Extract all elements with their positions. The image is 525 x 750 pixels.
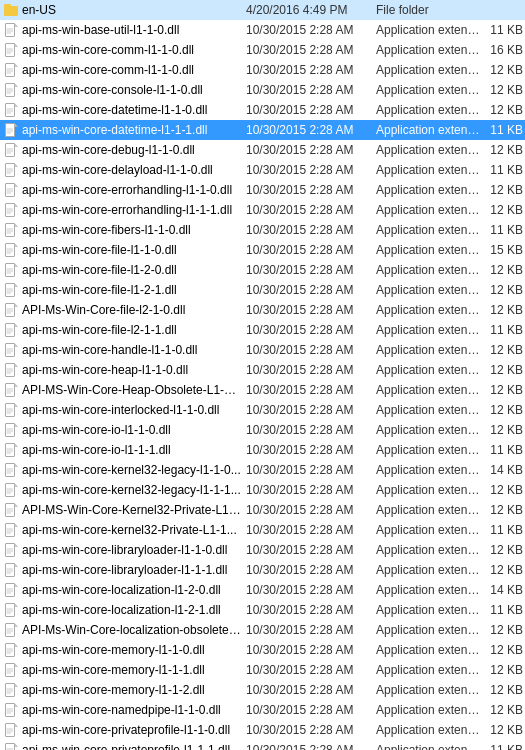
file-name: api-ms-win-core-kernel32-legacy-l1-1-0..… — [22, 463, 242, 477]
file-name: api-ms-win-core-debug-l1-1-0.dll — [22, 143, 242, 157]
table-row[interactable]: api-ms-win-core-memory-l1-1-1.dll10/30/2… — [0, 660, 525, 680]
file-icon — [4, 303, 18, 317]
table-row[interactable]: api-ms-win-core-io-l1-1-0.dll10/30/2015 … — [0, 420, 525, 440]
file-type: Application extens... — [372, 443, 482, 457]
table-row[interactable]: api-ms-win-core-comm-l1-1-0.dll10/30/201… — [0, 60, 525, 80]
table-row[interactable]: API-MS-Win-Core-Kernel32-Private-L1-1...… — [0, 500, 525, 520]
file-icon — [4, 23, 18, 37]
file-size: 12 KB — [482, 63, 525, 77]
table-row[interactable]: api-ms-win-core-console-l1-1-0.dll10/30/… — [0, 80, 525, 100]
file-type: Application extens... — [372, 543, 482, 557]
file-type: Application extens... — [372, 43, 482, 57]
table-row[interactable]: api-ms-win-core-comm-l1-1-0.dll10/30/201… — [0, 40, 525, 60]
table-row[interactable]: API-MS-Win-Core-Heap-Obsolete-L1-1-...10… — [0, 380, 525, 400]
file-size: 12 KB — [482, 683, 525, 697]
file-icon — [4, 363, 18, 377]
svg-rect-168 — [5, 584, 14, 597]
table-row[interactable]: api-ms-win-core-heap-l1-1-0.dll10/30/201… — [0, 360, 525, 380]
table-row[interactable]: api-ms-win-core-file-l1-2-1.dll10/30/201… — [0, 280, 525, 300]
table-row[interactable]: api-ms-win-core-file-l1-1-0.dll10/30/201… — [0, 240, 525, 260]
table-row[interactable]: api-ms-win-core-localization-l1-2-0.dll1… — [0, 580, 525, 600]
table-row[interactable]: api-ms-win-core-file-l1-2-0.dll10/30/201… — [0, 260, 525, 280]
file-type: Application extens... — [372, 263, 482, 277]
file-type: File folder — [372, 3, 482, 17]
svg-marker-217 — [14, 744, 17, 747]
file-name: api-ms-win-core-file-l1-1-0.dll — [22, 243, 242, 257]
file-date: 10/30/2015 2:28 AM — [242, 263, 372, 277]
table-row[interactable]: api-ms-win-core-localization-l1-2-1.dll1… — [0, 600, 525, 620]
table-row[interactable]: api-ms-win-core-kernel32-legacy-l1-1-0..… — [0, 460, 525, 480]
file-type: Application extens... — [372, 203, 482, 217]
file-icon — [4, 583, 18, 597]
file-icon — [4, 43, 18, 57]
svg-rect-180 — [5, 624, 14, 637]
svg-rect-114 — [5, 404, 14, 417]
table-row[interactable]: api-ms-win-core-datetime-l1-1-0.dll10/30… — [0, 100, 525, 120]
file-type: Application extens... — [372, 583, 482, 597]
file-size: 11 KB — [482, 223, 525, 237]
table-row[interactable]: api-ms-win-core-errorhandling-l1-1-1.dll… — [0, 200, 525, 220]
svg-marker-103 — [14, 364, 17, 367]
svg-marker-37 — [14, 144, 17, 147]
file-date: 10/30/2015 2:28 AM — [242, 23, 372, 37]
table-row[interactable]: api-ms-win-core-errorhandling-l1-1-0.dll… — [0, 180, 525, 200]
file-type: Application extens... — [372, 423, 482, 437]
file-type: Application extens... — [372, 23, 482, 37]
file-type: Application extens... — [372, 103, 482, 117]
table-row[interactable]: api-ms-win-core-interlocked-l1-1-0.dll10… — [0, 400, 525, 420]
folder-icon — [4, 4, 18, 16]
file-icon — [4, 203, 18, 217]
file-type: Application extens... — [372, 723, 482, 737]
table-row[interactable]: api-ms-win-core-datetime-l1-1-1.dll10/30… — [0, 120, 525, 140]
table-row[interactable]: api-ms-win-base-util-l1-1-0.dll10/30/201… — [0, 20, 525, 40]
file-date: 10/30/2015 2:28 AM — [242, 423, 372, 437]
file-date: 10/30/2015 2:28 AM — [242, 143, 372, 157]
table-row[interactable]: api-ms-win-core-libraryloader-l1-1-1.dll… — [0, 560, 525, 580]
svg-rect-162 — [5, 564, 14, 577]
file-date: 10/30/2015 2:28 AM — [242, 163, 372, 177]
table-row[interactable]: api-ms-win-core-delayload-l1-1-0.dll10/3… — [0, 160, 525, 180]
file-icon — [4, 503, 18, 517]
table-row[interactable]: api-ms-win-core-kernel32-legacy-l1-1-1..… — [0, 480, 525, 500]
file-date: 10/30/2015 2:28 AM — [242, 743, 372, 750]
table-row[interactable]: api-ms-win-core-file-l2-1-1.dll10/30/201… — [0, 320, 525, 340]
file-date: 10/30/2015 2:28 AM — [242, 483, 372, 497]
svg-rect-102 — [5, 364, 14, 377]
file-name: API-Ms-Win-Core-localization-obsolete-l.… — [22, 623, 242, 637]
file-name: api-ms-win-core-io-l1-1-1.dll — [22, 443, 242, 457]
svg-marker-13 — [14, 64, 17, 67]
svg-marker-181 — [14, 624, 17, 627]
file-date: 10/30/2015 2:28 AM — [242, 723, 372, 737]
file-name: api-ms-win-core-comm-l1-1-0.dll — [22, 63, 242, 77]
file-icon — [4, 463, 18, 477]
svg-marker-187 — [14, 644, 17, 647]
table-row[interactable]: api-ms-win-core-memory-l1-1-0.dll10/30/2… — [0, 640, 525, 660]
table-row[interactable]: en-US4/20/2016 4:49 PMFile folder — [0, 0, 525, 20]
file-icon — [4, 483, 18, 497]
svg-marker-7 — [14, 44, 17, 47]
table-row[interactable]: api-ms-win-core-kernel32-Private-L1-1...… — [0, 520, 525, 540]
svg-marker-199 — [14, 684, 17, 687]
svg-rect-48 — [5, 184, 14, 197]
table-row[interactable]: api-ms-win-core-handle-l1-1-0.dll10/30/2… — [0, 340, 525, 360]
table-row[interactable]: api-ms-win-core-namedpipe-l1-1-0.dll10/3… — [0, 700, 525, 720]
file-name: api-ms-win-core-errorhandling-l1-1-0.dll — [22, 183, 242, 197]
table-row[interactable]: api-ms-win-core-debug-l1-1-0.dll10/30/20… — [0, 140, 525, 160]
table-row[interactable]: api-ms-win-core-memory-l1-1-2.dll10/30/2… — [0, 680, 525, 700]
table-row[interactable]: api-ms-win-core-fibers-l1-1-0.dll10/30/2… — [0, 220, 525, 240]
table-row[interactable]: API-Ms-Win-Core-localization-obsolete-l.… — [0, 620, 525, 640]
table-row[interactable]: api-ms-win-core-privateprofile-l1-1-0.dl… — [0, 720, 525, 740]
file-size: 12 KB — [482, 543, 525, 557]
table-row[interactable]: api-ms-win-core-privateprofile-l1-1-1.dl… — [0, 740, 525, 750]
file-size: 11 KB — [482, 743, 525, 750]
svg-marker-61 — [14, 224, 17, 227]
svg-rect-108 — [5, 384, 14, 397]
file-name: api-ms-win-core-libraryloader-l1-1-0.dll — [22, 543, 242, 557]
file-icon — [4, 423, 18, 437]
file-date: 10/30/2015 2:28 AM — [242, 583, 372, 597]
table-row[interactable]: api-ms-win-core-io-l1-1-1.dll10/30/2015 … — [0, 440, 525, 460]
table-row[interactable]: API-Ms-Win-Core-file-l2-1-0.dll10/30/201… — [0, 300, 525, 320]
file-name: api-ms-win-core-io-l1-1-0.dll — [22, 423, 242, 437]
table-row[interactable]: api-ms-win-core-libraryloader-l1-1-0.dll… — [0, 540, 525, 560]
file-type: Application extens... — [372, 663, 482, 677]
